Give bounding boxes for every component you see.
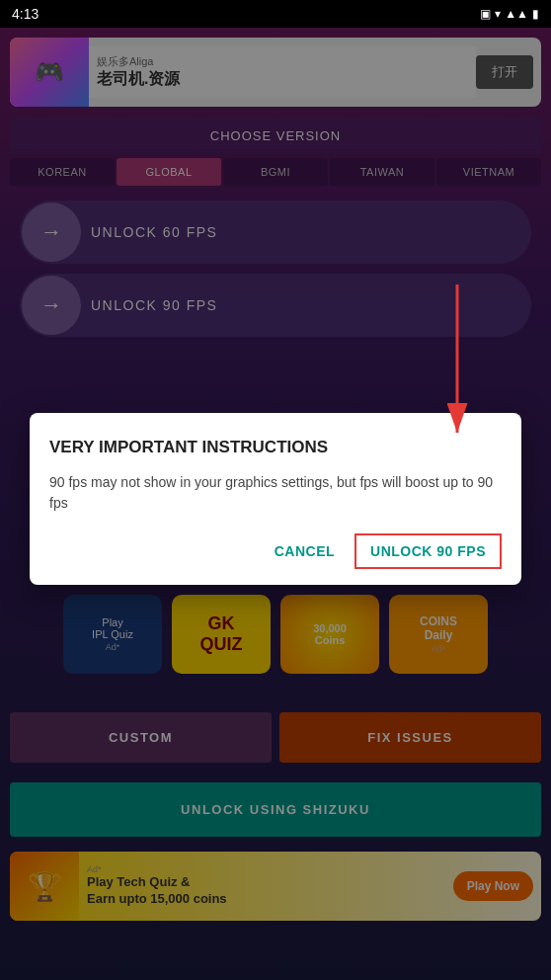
- dialog-actions: CANCEL UNLOCK 90 FPS: [49, 533, 502, 569]
- signal-icon: ▲▲: [505, 7, 528, 21]
- status-bar: 4:13 ▣ ▾ ▲▲ ▮: [0, 0, 551, 28]
- dialog-body: 90 fps may not show in your graphics set…: [49, 472, 502, 514]
- android-icon: ▣: [480, 7, 491, 21]
- red-arrow-indicator: [418, 285, 497, 443]
- battery-icon: ▮: [532, 7, 539, 21]
- app-background: 🎮 娱乐多Aliga 老司机.资源 打开 CHOOSE VERSION KORE…: [0, 28, 551, 980]
- status-time: 4:13: [12, 6, 39, 22]
- status-icons: ▣ ▾ ▲▲ ▮: [480, 7, 539, 21]
- dialog-cancel-button[interactable]: CANCEL: [263, 535, 347, 567]
- wifi-icon: ▾: [495, 7, 501, 21]
- dialog-confirm-button[interactable]: UNLOCK 90 FPS: [354, 533, 502, 569]
